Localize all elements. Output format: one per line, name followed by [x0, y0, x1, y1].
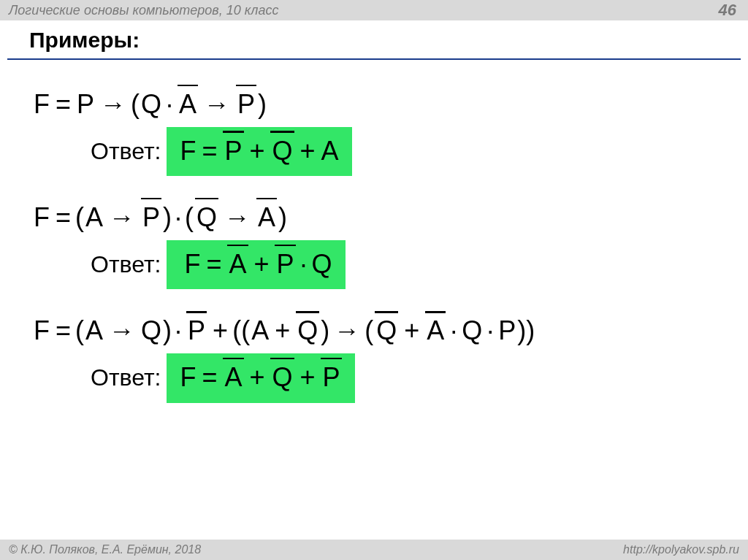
section-title: Примеры: — [29, 28, 140, 53]
course-title: Логические основы компьютеров, 10 класс — [9, 3, 278, 18]
footer-right: http://kpolyakov.spb.ru — [623, 543, 739, 556]
header-bar: Логические основы компьютеров, 10 класс — [0, 0, 748, 20]
answer-row-3: Ответ: F = A + Q + P — [91, 353, 716, 403]
formula-2: F = ( A → P ) · ( Q → A ) — [32, 196, 716, 239]
answer-row-2: Ответ: F = A + P · Q — [91, 240, 716, 290]
answer-label: Ответ: — [91, 138, 161, 165]
answer-box-2: F = A + P · Q — [167, 240, 345, 290]
slide: Логические основы компьютеров, 10 класс … — [0, 0, 748, 560]
page-number: 46 — [719, 0, 736, 20]
answer-label: Ответ: — [91, 364, 161, 391]
footer-left: © К.Ю. Поляков, Е.А. Ерёмин, 2018 — [9, 543, 201, 556]
footer-bar: © К.Ю. Поляков, Е.А. Ерёмин, 2018 http:/… — [0, 540, 748, 560]
divider — [7, 58, 741, 60]
answer-box-3: F = A + Q + P — [167, 353, 354, 403]
formula-1: F = P → ( Q · A → P ) — [32, 83, 716, 126]
formula-3: F = ( A → Q ) · P + ( ( A + Q ) → ( Q + — [32, 310, 716, 352]
content-area: F = P → ( Q · A → P ) Ответ: F = P + — [0, 73, 748, 537]
answer-box-1: F = P + Q + A — [167, 127, 351, 177]
answer-row-1: Ответ: F = P + Q + A — [91, 127, 716, 177]
answer-label: Ответ: — [91, 251, 161, 278]
